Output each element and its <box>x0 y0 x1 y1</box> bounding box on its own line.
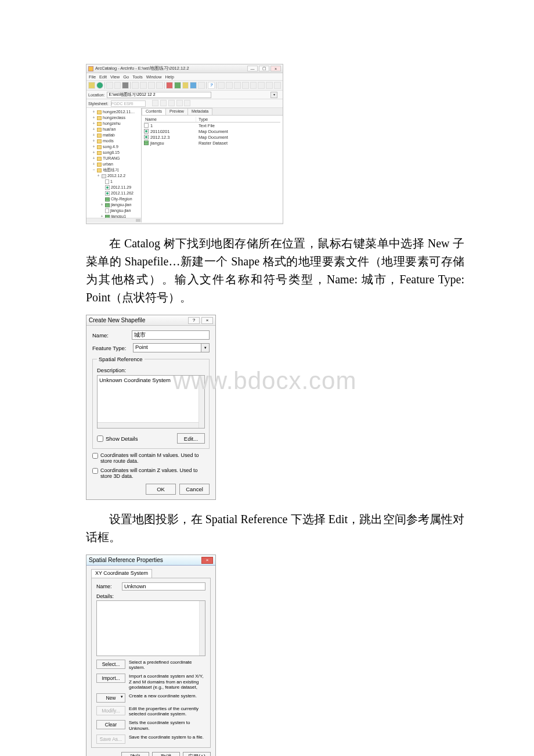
up-folder-icon[interactable] <box>88 82 95 89</box>
close-button[interactable]: × <box>201 557 213 564</box>
copy-icon[interactable] <box>106 82 113 89</box>
col-name[interactable]: Name <box>144 117 196 122</box>
options-icon[interactable] <box>274 82 281 89</box>
tree-item[interactable]: +song8.15 <box>87 150 140 156</box>
close-button[interactable]: × <box>201 317 213 324</box>
tree-item[interactable]: +hongze2012.11… <box>87 109 140 115</box>
list-icon[interactable] <box>140 82 147 89</box>
tree-item[interactable]: +matlab <box>87 132 140 138</box>
clear-button[interactable]: Clear <box>96 720 125 729</box>
tree-item[interactable]: +TURANG <box>87 156 140 161</box>
cancel-button[interactable]: 取消 <box>152 752 180 756</box>
tab-contents[interactable]: Contents <box>142 108 166 115</box>
export-icon[interactable] <box>168 100 175 106</box>
paste-icon[interactable] <box>114 82 121 89</box>
details-textarea[interactable] <box>96 600 205 656</box>
tab-metadata[interactable]: Metadata <box>187 108 212 115</box>
menu-file[interactable]: File <box>89 74 96 80</box>
content-list[interactable]: Name Type 1Text File20110201Map Document… <box>142 116 283 147</box>
tree-scrollbar[interactable] <box>86 218 141 222</box>
properties-icon[interactable] <box>184 100 190 106</box>
edit-button[interactable]: Edit... <box>177 433 205 444</box>
tree-item[interactable]: jiangsu-jlan <box>87 208 140 214</box>
feature-type-select[interactable]: Point <box>133 343 201 352</box>
expand-icon[interactable]: + <box>92 109 96 115</box>
menubar[interactable]: FileEditViewGoToolsWindowHelp <box>86 73 283 81</box>
maximize-button[interactable]: ▢ <box>259 66 269 71</box>
menu-tools[interactable]: Tools <box>132 74 143 80</box>
expand-icon[interactable]: + <box>92 132 96 138</box>
list-item[interactable]: 20110201Map Document <box>144 128 280 134</box>
minimize-button[interactable]: — <box>247 66 258 71</box>
h-scrollbar[interactable] <box>98 422 199 428</box>
window-titlebar[interactable]: ArcCatalog - ArcInfo - E:\ws\地图练习\2012.1… <box>86 64 283 73</box>
toolbox-icon[interactable] <box>198 82 205 89</box>
launch-arcscene-icon[interactable] <box>190 82 197 89</box>
ok-button[interactable]: 确定 <box>121 752 149 756</box>
list-item[interactable]: jiangsuRaster Dataset <box>144 140 280 146</box>
tree-item[interactable]: +hongzehu <box>87 121 140 127</box>
expand-icon[interactable]: + <box>92 150 96 156</box>
tree-item[interactable]: 2012.11.29 <box>87 185 140 190</box>
tree-item[interactable]: +hongzeclass <box>87 115 140 121</box>
menu-view[interactable]: View <box>110 74 120 80</box>
expand-icon[interactable]: + <box>92 115 96 121</box>
col-type[interactable]: Type <box>196 117 280 122</box>
location-dropdown-icon[interactable]: ▾ <box>270 92 277 98</box>
menu-help[interactable]: Help <box>165 74 174 80</box>
tab-preview[interactable]: Preview <box>165 108 188 115</box>
apply-button[interactable]: 应用(A) <box>183 752 211 756</box>
list-item[interactable]: 1Text File <box>144 123 280 128</box>
list-item[interactable]: 2012.12.3Map Document <box>144 134 280 140</box>
print-icon[interactable] <box>160 100 167 106</box>
chevron-down-icon[interactable]: ▾ <box>201 343 210 352</box>
delete-icon[interactable] <box>122 82 129 89</box>
expand-icon[interactable]: + <box>92 156 96 161</box>
expand-icon[interactable]: + <box>96 173 100 179</box>
content-tabs[interactable]: ContentsPreviewMetadata <box>142 108 283 116</box>
help-icon[interactable]: ? <box>208 82 215 89</box>
name-input[interactable] <box>122 582 205 591</box>
expand-icon[interactable]: + <box>92 121 96 127</box>
arrow-left-icon[interactable] <box>250 82 257 89</box>
tree-item[interactable]: +2012.12.2 <box>87 173 140 179</box>
import-button[interactable]: Import... <box>96 674 125 683</box>
connect-folder-icon[interactable] <box>226 82 233 89</box>
toolbar[interactable]: ? <box>86 81 283 91</box>
name-input[interactable] <box>132 330 210 340</box>
menu-edit[interactable]: Edit <box>99 74 107 80</box>
tab-xy-coord[interactable]: XY Coordinate System <box>91 569 152 578</box>
large-icons-icon[interactable] <box>132 82 139 89</box>
menu-window[interactable]: Window <box>146 74 162 80</box>
tab-strip[interactable]: XY Coordinate System <box>91 569 211 578</box>
expand-icon[interactable]: + <box>92 161 96 167</box>
expand-icon[interactable]: + <box>92 127 96 132</box>
location-input[interactable] <box>107 92 211 98</box>
menu-go[interactable]: Go <box>123 74 129 80</box>
edit-icon[interactable] <box>152 100 158 106</box>
ok-button[interactable]: OK <box>146 484 176 495</box>
launch-arcglobe-icon[interactable] <box>182 82 189 89</box>
dialog-titlebar[interactable]: Create New Shapefile ? × <box>86 315 215 326</box>
help-button[interactable]: ? <box>188 317 200 324</box>
v-scrollbar[interactable] <box>199 601 205 656</box>
db-icon[interactable] <box>234 82 241 89</box>
tree-item[interactable]: −地图练习 <box>87 167 140 173</box>
search-icon[interactable] <box>218 82 225 89</box>
z-values-checkbox[interactable] <box>92 468 98 474</box>
home-icon[interactable] <box>266 82 273 89</box>
tree-item[interactable]: +modis <box>87 138 140 144</box>
select-button[interactable]: Select... <box>96 660 125 669</box>
show-details-checkbox[interactable] <box>97 435 103 442</box>
tree-item[interactable]: +jiangsu-jian <box>87 202 140 208</box>
tree-item[interactable]: +song.4.9 <box>87 144 140 150</box>
catalog-tree[interactable]: +hongze2012.11…+hongzeclass+hongzehu+hua… <box>86 108 142 222</box>
dialog-titlebar[interactable]: Spatial Reference Properties × <box>86 555 215 566</box>
import-icon[interactable] <box>176 100 183 106</box>
expand-icon[interactable]: − <box>92 167 96 173</box>
tree-item[interactable]: City-Region <box>87 196 140 202</box>
arrow-right-icon[interactable] <box>258 82 265 89</box>
stylesheet-input[interactable] <box>111 100 146 107</box>
details-icon[interactable] <box>148 82 155 89</box>
v-scrollbar[interactable] <box>199 376 204 428</box>
